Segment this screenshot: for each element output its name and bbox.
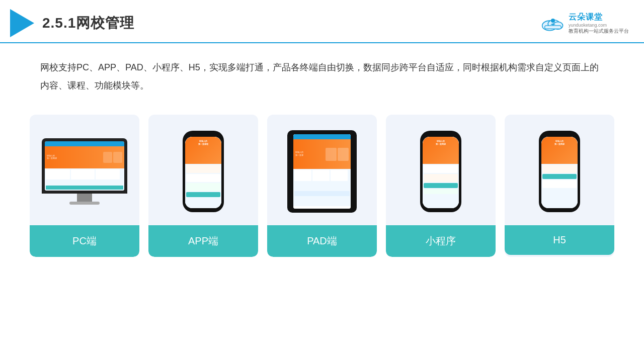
card-pc-label: PC端 [30, 225, 139, 257]
pc-monitor-icon: 职场人的第一堂网课 [42, 138, 127, 205]
card-h5-image: 职场人的第一堂网课 [505, 115, 614, 225]
logo-text-block: 云朵课堂 yunduoketang.com 教育机构一站式服务云平台 [569, 12, 629, 35]
svg-point-4 [551, 19, 555, 23]
app-phone-icon: 职场人的第一堂课程 [183, 131, 224, 212]
header-left: 2.5.1网校管理 [10, 9, 134, 37]
description-text: 网校支持PC、APP、PAD、小程序、H5，实现多端打通，产品各终端自由切换，数… [0, 43, 644, 105]
card-pc: 职场人的第一堂网课 [30, 115, 139, 257]
page-title: 2.5.1网校管理 [42, 14, 134, 33]
card-h5-label: H5 [505, 225, 614, 255]
cards-section: 职场人的第一堂网课 [0, 110, 644, 257]
cloud-icon [540, 14, 566, 32]
logo-main-text: 云朵课堂 [569, 12, 603, 23]
h5-phone-icon: 职场人的第一堂网课 [539, 131, 580, 212]
card-pad-image: 职场人的第一堂课 [267, 115, 377, 225]
card-h5: 职场人的第一堂网课 H5 [505, 115, 614, 257]
card-miniprogram-image: 职场人的第一堂网课 [386, 115, 496, 225]
play-icon [10, 9, 34, 37]
brand-logo: 云朵课堂 yunduoketang.com 教育机构一站式服务云平台 [540, 12, 629, 35]
card-pad: 职场人的第一堂课 [267, 115, 377, 257]
card-app-image: 职场人的第一堂课程 [148, 115, 258, 225]
pad-tablet-icon: 职场人的第一堂课 [287, 130, 357, 213]
svg-rect-3 [545, 26, 561, 29]
card-app: 职场人的第一堂课程 APP端 [148, 115, 258, 257]
miniprogram-phone-icon: 职场人的第一堂网课 [420, 131, 461, 212]
card-pc-image: 职场人的第一堂网课 [30, 115, 139, 225]
card-pad-label: PAD端 [267, 225, 377, 257]
card-miniprogram-label: 小程序 [386, 225, 496, 257]
logo-url: yunduoketang.com [569, 23, 607, 28]
card-app-label: APP端 [148, 225, 258, 257]
description-paragraph: 网校支持PC、APP、PAD、小程序、H5，实现多端打通，产品各终端自由切换，数… [40, 58, 604, 95]
header-right: 云朵课堂 yunduoketang.com 教育机构一站式服务云平台 [540, 12, 629, 35]
logo-slogan: 教育机构一站式服务云平台 [569, 28, 629, 35]
header: 2.5.1网校管理 云朵课堂 yunduoketang.com 教育机构一站式服… [0, 0, 644, 43]
card-miniprogram: 职场人的第一堂网课 小程序 [386, 115, 496, 257]
